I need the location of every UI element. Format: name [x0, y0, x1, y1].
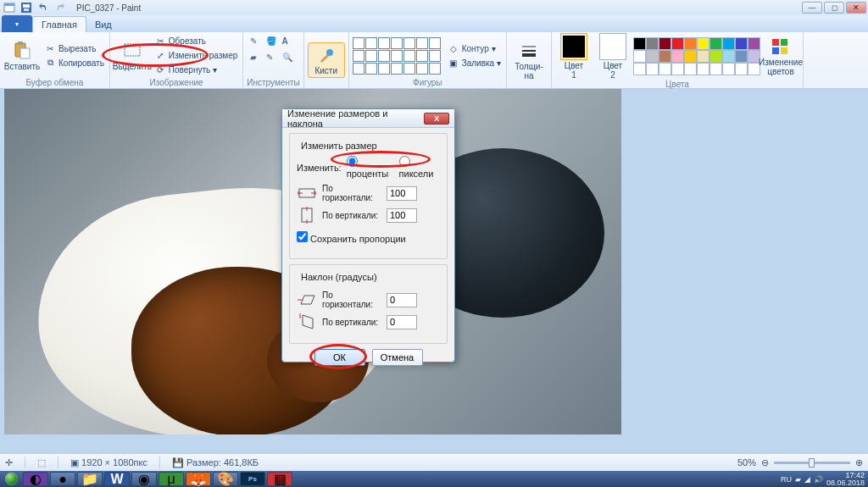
file-menu[interactable]: ▾: [2, 15, 32, 32]
palette-swatch[interactable]: [748, 37, 760, 50]
palette-empty[interactable]: [684, 63, 697, 75]
redo-icon[interactable]: [53, 1, 68, 14]
task-torrent[interactable]: μ: [159, 472, 184, 486]
zoom-in-button[interactable]: ⊕: [855, 457, 863, 468]
palette-swatch[interactable]: [735, 37, 748, 50]
cut-button[interactable]: ✂Вырезать: [42, 42, 106, 56]
palette-swatch[interactable]: [633, 37, 646, 50]
horiz-skew-icon: [297, 291, 317, 308]
shape-gallery[interactable]: [353, 37, 441, 75]
select-button[interactable]: Выделить: [114, 41, 151, 71]
cancel-button[interactable]: Отмена: [372, 349, 423, 366]
palette-empty[interactable]: [659, 63, 671, 75]
task-other[interactable]: ▦: [267, 472, 292, 486]
shape-fill-button[interactable]: ▣Заливка ▾: [446, 56, 503, 70]
palette-empty[interactable]: [709, 63, 722, 75]
undo-icon[interactable]: [36, 1, 51, 14]
task-photoshop[interactable]: Ps: [240, 472, 265, 486]
skew-group-label: Наклон (градусы): [298, 272, 380, 282]
tab-view[interactable]: Вид: [86, 17, 120, 32]
zoom-tool[interactable]: 🔍: [282, 53, 298, 62]
resize-by-label: Изменить:: [297, 163, 342, 173]
paint-menu-icon[interactable]: [2, 1, 17, 14]
tray-network-icon[interactable]: ◢: [804, 475, 810, 484]
rotate-button[interactable]: ⟳Повернуть ▾: [153, 63, 239, 77]
canvas-dims: ▣ 1920 × 1080пкс: [70, 457, 147, 468]
palette-swatch[interactable]: [722, 50, 735, 63]
palette-empty[interactable]: [646, 63, 659, 75]
color-palette[interactable]: [633, 37, 760, 75]
palette-swatch[interactable]: [671, 50, 684, 63]
dialog-title: Изменение размеров и наклона: [287, 108, 424, 129]
skew-horiz-input[interactable]: [387, 293, 417, 307]
brushes-button[interactable]: Кисти: [308, 42, 345, 78]
task-explorer[interactable]: 📁: [77, 472, 103, 486]
tray-flag-icon[interactable]: ▰: [795, 475, 801, 484]
task-paint[interactable]: 🎨: [213, 472, 238, 486]
color1-button[interactable]: Цвет 1: [555, 33, 593, 80]
palette-empty[interactable]: [735, 63, 748, 75]
skew-vert-input[interactable]: [387, 315, 417, 329]
palette-swatch[interactable]: [659, 37, 671, 50]
maximize-button[interactable]: ◻: [824, 2, 844, 14]
dialog-titlebar[interactable]: Изменение размеров и наклона X: [282, 109, 454, 128]
thickness-button[interactable]: Толщи- на: [510, 41, 548, 80]
task-yandex[interactable]: ◐: [23, 472, 48, 486]
horiz-input[interactable]: [387, 186, 417, 201]
eraser-tool[interactable]: ▰: [250, 53, 265, 62]
palette-swatch[interactable]: [646, 50, 659, 63]
palette-swatch[interactable]: [709, 37, 722, 50]
ok-button[interactable]: ОК: [314, 349, 365, 366]
save-icon[interactable]: [19, 1, 34, 14]
palette-swatch[interactable]: [671, 37, 684, 50]
palette-swatch[interactable]: [633, 50, 646, 63]
palette-swatch[interactable]: [646, 37, 659, 50]
palette-empty[interactable]: [671, 63, 684, 75]
dialog-close-button[interactable]: X: [424, 113, 449, 125]
radio-pixels[interactable]: пиксели: [399, 156, 440, 179]
task-word[interactable]: W: [104, 472, 130, 486]
palette-swatch[interactable]: [697, 50, 709, 63]
paste-button[interactable]: Вставить: [3, 41, 41, 71]
fill-tool[interactable]: 🪣: [266, 36, 281, 46]
task-cortana[interactable]: ●: [50, 472, 75, 486]
vert-skew-icon: [297, 313, 317, 330]
copy-button[interactable]: ⧉Копировать: [42, 56, 106, 70]
zoom-out-button[interactable]: ⊖: [761, 457, 769, 468]
tray-lang[interactable]: RU: [781, 475, 792, 484]
shape-outline-button[interactable]: ◇Контур ▾: [446, 42, 503, 56]
color2-button[interactable]: Цвет 2: [594, 33, 632, 80]
palette-swatch[interactable]: [684, 50, 697, 63]
palette-swatch[interactable]: [722, 37, 735, 50]
tray-clock[interactable]: 17:4208.06.2018: [826, 472, 865, 487]
task-chrome[interactable]: ◉: [131, 472, 157, 486]
text-tool[interactable]: A: [282, 36, 298, 46]
resize-skew-dialog: Изменение размеров и наклона X Изменить …: [281, 108, 455, 362]
close-button[interactable]: ✕: [846, 2, 866, 14]
group-brushes: Кисти: [304, 32, 349, 88]
svg-rect-7: [20, 48, 30, 58]
palette-empty[interactable]: [697, 63, 709, 75]
palette-swatch[interactable]: [709, 50, 722, 63]
start-button[interactable]: [0, 471, 22, 487]
palette-swatch[interactable]: [735, 50, 748, 63]
task-firefox[interactable]: 🦊: [186, 472, 211, 486]
radio-percent[interactable]: проценты: [347, 156, 394, 179]
palette-swatch[interactable]: [684, 37, 697, 50]
palette-swatch[interactable]: [697, 37, 709, 50]
horiz-label: По горизонтали:: [322, 184, 381, 202]
palette-empty[interactable]: [722, 63, 735, 75]
vert-input[interactable]: [387, 208, 417, 223]
tab-home[interactable]: Главная: [32, 16, 86, 32]
pencil-tool[interactable]: ✎: [250, 36, 265, 46]
palette-swatch[interactable]: [659, 50, 671, 63]
resize-button[interactable]: ⤢Изменить размер: [153, 48, 239, 63]
edit-colors-button[interactable]: Изменение цветов: [762, 36, 799, 76]
zoom-slider[interactable]: [774, 462, 850, 464]
minimize-button[interactable]: —: [802, 2, 822, 14]
picker-tool[interactable]: ✎: [266, 53, 281, 62]
tray-sound-icon[interactable]: 🔊: [814, 475, 823, 484]
palette-empty[interactable]: [633, 63, 646, 75]
keep-ratio-checkbox[interactable]: Сохранить пропорции: [297, 231, 406, 244]
crop-button[interactable]: ✂Обрезать: [153, 34, 239, 48]
